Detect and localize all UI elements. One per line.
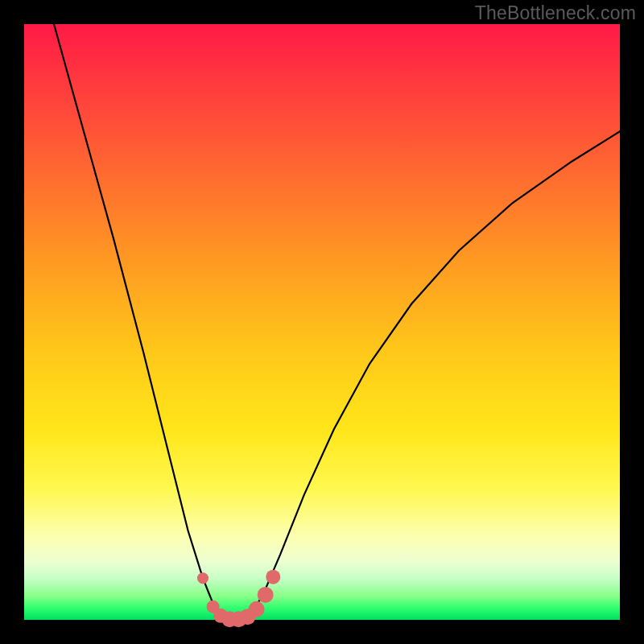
bottleneck-curve (54, 24, 620, 620)
highlight-dot (266, 570, 280, 584)
highlight-dot (197, 572, 208, 584)
watermark-text: TheBottleneck.com (475, 2, 636, 24)
highlight-dot (249, 601, 265, 617)
curve-layer (24, 24, 620, 620)
plot-area (24, 24, 620, 620)
highlight-dots (197, 570, 280, 628)
highlight-dot (258, 587, 274, 603)
chart-frame: TheBottleneck.com (0, 0, 644, 644)
